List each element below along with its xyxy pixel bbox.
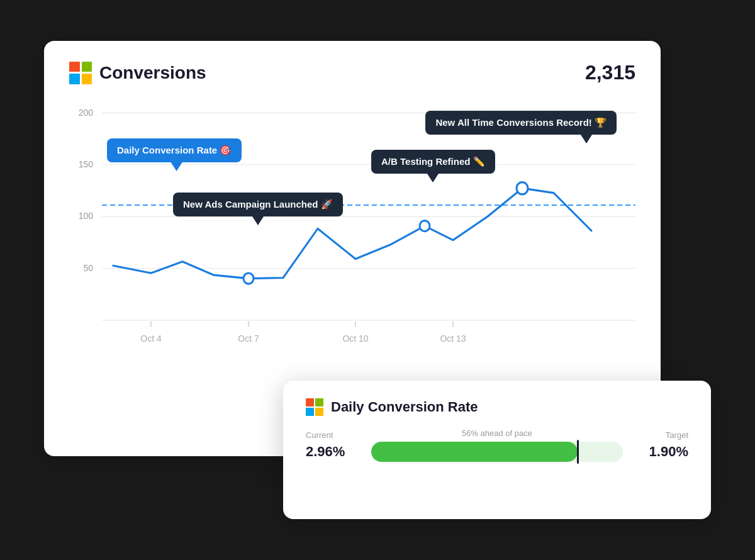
svg-point-10 xyxy=(243,273,254,284)
annotation-ab-label: A/B Testing Refined ✏️ xyxy=(381,156,485,167)
pace-label: 56% ahead of pace xyxy=(371,428,623,438)
main-card-title: Conversions xyxy=(99,63,206,83)
metrics-row: Current 2.96% 56% ahead of pace Target 1… xyxy=(306,428,688,462)
annotation-ads-label: New Ads Campaign Launched 🚀 xyxy=(183,199,333,210)
secondary-card: Daily Conversion Rate Current 2.96% 56% … xyxy=(283,381,711,519)
card-header: Conversions 2,315 xyxy=(69,61,635,84)
target-label: Target xyxy=(638,430,688,440)
progress-container: 56% ahead of pace xyxy=(371,428,623,462)
ms-logo-q1 xyxy=(69,62,80,72)
card-header-left: Conversions xyxy=(69,62,206,84)
svg-text:Oct 13: Oct 13 xyxy=(440,333,466,344)
svg-text:50: 50 xyxy=(83,262,93,273)
sec-ms-q4 xyxy=(315,408,323,416)
svg-point-12 xyxy=(517,182,528,194)
svg-text:200: 200 xyxy=(79,107,93,118)
svg-text:150: 150 xyxy=(79,159,93,170)
sec-ms-q2 xyxy=(315,398,323,406)
ms-logo-q2 xyxy=(82,62,92,72)
annotation-ab-testing: A/B Testing Refined ✏️ xyxy=(371,150,495,174)
sec-ms-q1 xyxy=(306,398,314,406)
sec-card-header: Daily Conversion Rate xyxy=(306,398,688,416)
progress-bar-fill xyxy=(371,442,578,462)
annotation-daily-conversion: Daily Conversion Rate 🎯 xyxy=(107,138,242,162)
svg-text:100: 100 xyxy=(79,211,93,221)
current-label: Current xyxy=(306,430,356,440)
target-value: 1.90% xyxy=(638,444,688,460)
svg-text:Oct 4: Oct 4 xyxy=(140,333,161,344)
annotation-record: New All Time Conversions Record! 🏆 xyxy=(425,111,617,135)
current-value: 2.96% xyxy=(306,444,356,460)
progress-bar-bg xyxy=(371,442,623,462)
target-metric: Target 1.90% xyxy=(638,430,688,460)
chart-area: 200 150 100 50 xyxy=(69,99,635,389)
annotation-daily-label: Daily Conversion Rate 🎯 xyxy=(117,145,232,155)
ms-logo-q3 xyxy=(69,74,80,84)
sec-ms-q3 xyxy=(306,408,314,416)
scene: Conversions 2,315 200 150 100 50 xyxy=(44,41,711,519)
svg-text:Oct 10: Oct 10 xyxy=(342,333,368,344)
progress-bar-marker xyxy=(577,440,579,464)
ms-logo-q4 xyxy=(82,74,92,84)
ms-logo-secondary xyxy=(306,398,323,416)
svg-text:Oct 7: Oct 7 xyxy=(238,333,259,344)
svg-point-11 xyxy=(420,221,430,232)
ms-logo-main xyxy=(69,62,92,84)
annotation-record-label: New All Time Conversions Record! 🏆 xyxy=(435,117,607,128)
sec-card-title: Daily Conversion Rate xyxy=(331,399,478,415)
main-card-value: 2,315 xyxy=(585,61,635,84)
current-metric: Current 2.96% xyxy=(306,430,356,460)
annotation-ads-campaign: New Ads Campaign Launched 🚀 xyxy=(173,193,343,216)
